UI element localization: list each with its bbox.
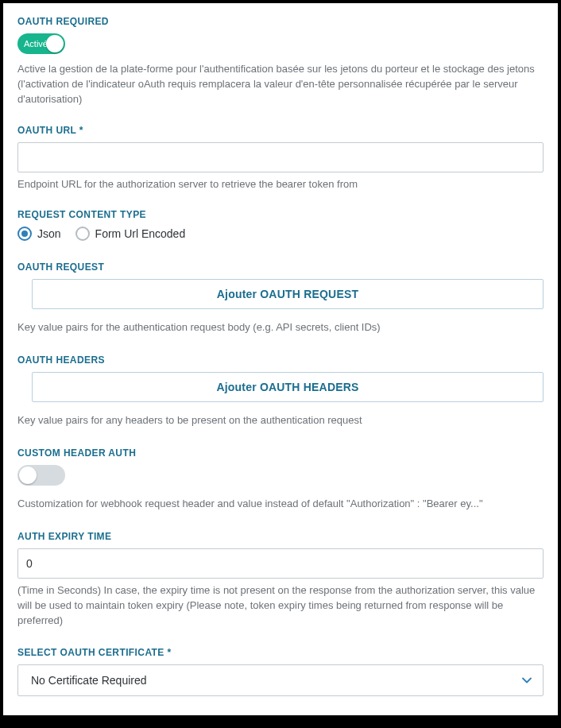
oauth-settings-panel: OAUTH REQUIRED Activé Active la gestion … bbox=[3, 3, 558, 715]
custom-header-auth-helper: Customization for webhook request header… bbox=[17, 497, 544, 512]
add-oauth-headers-button[interactable]: Ajouter OAUTH HEADERS bbox=[32, 372, 544, 402]
radio-icon bbox=[75, 227, 90, 241]
radio-formurl-label: Form Url Encoded bbox=[95, 227, 186, 240]
auth-expiry-input[interactable] bbox=[17, 548, 544, 579]
auth-expiry-label: AUTH EXPIRY TIME bbox=[17, 531, 544, 542]
oauth-required-label: OAUTH REQUIRED bbox=[17, 16, 544, 27]
oauth-request-label: OAUTH REQUEST bbox=[17, 261, 544, 273]
toggle-knob bbox=[19, 467, 37, 484]
select-certificate-value: No Certificate Required bbox=[31, 674, 147, 687]
add-oauth-request-button[interactable]: Ajouter OAUTH REQUEST bbox=[32, 279, 544, 309]
auth-expiry-helper: (Time in Seconds) In case, the expiry ti… bbox=[17, 583, 544, 629]
oauth-headers-label: OAUTH HEADERS bbox=[17, 354, 544, 366]
request-content-type-label: REQUEST CONTENT TYPE bbox=[17, 209, 544, 220]
select-certificate-dropdown[interactable]: No Certificate Required bbox=[17, 664, 544, 696]
toggle-on-text: Activé bbox=[24, 39, 48, 48]
radio-icon bbox=[17, 227, 32, 241]
select-certificate-label: SELECT OAUTH CERTIFICATE * bbox=[17, 647, 544, 658]
toggle-knob bbox=[46, 35, 64, 52]
oauth-required-helper: Active la gestion de la plate-forme pour… bbox=[17, 62, 544, 107]
oauth-request-helper: Key value pairs for the authentication r… bbox=[17, 320, 544, 335]
radio-json-label: Json bbox=[37, 227, 61, 240]
oauth-headers-helper: Key value pairs for any headers to be pr… bbox=[17, 413, 544, 428]
oauth-required-toggle[interactable]: Activé bbox=[17, 33, 65, 54]
request-content-type-radios: Json Form Url Encoded bbox=[17, 227, 544, 241]
oauth-url-input[interactable] bbox=[17, 142, 544, 172]
chevron-down-icon bbox=[522, 676, 532, 685]
oauth-url-helper: Endpoint URL for the authorization serve… bbox=[17, 177, 544, 192]
radio-form-url-encoded[interactable]: Form Url Encoded bbox=[75, 227, 186, 241]
oauth-url-label: OAUTH URL * bbox=[17, 125, 544, 136]
custom-header-auth-toggle[interactable] bbox=[17, 465, 65, 486]
radio-json[interactable]: Json bbox=[17, 227, 61, 241]
custom-header-auth-label: CUSTOM HEADER AUTH bbox=[17, 447, 544, 459]
